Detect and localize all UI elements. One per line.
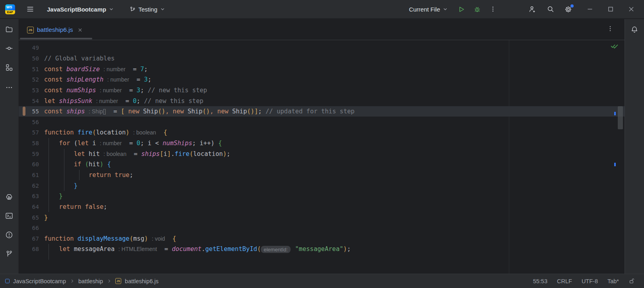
more-tool-windows-icon[interactable] bbox=[5, 84, 13, 91]
token-pl bbox=[96, 87, 100, 94]
code-text: function displayMessage(msg) : void { bbox=[44, 235, 176, 242]
caret-position-widget[interactable]: 55:53 bbox=[533, 278, 547, 284]
code-line-63[interactable]: 63 } bbox=[19, 191, 625, 202]
code-line-68[interactable]: 68 let messageArea : HTMLElement = docum… bbox=[19, 244, 625, 255]
line-number[interactable]: 50 bbox=[19, 55, 39, 62]
code-line-58[interactable]: 58 for (let i : number = 0; i < numShips… bbox=[19, 138, 625, 149]
token-pl: messageArea bbox=[74, 245, 118, 253]
run-configuration-selector[interactable]: Current File bbox=[409, 6, 448, 13]
line-number[interactable]: 54 bbox=[19, 98, 39, 104]
code-line-49[interactable]: 49 bbox=[19, 43, 625, 53]
hamburger-menu-icon[interactable] bbox=[26, 5, 35, 14]
line-number[interactable]: 62 bbox=[19, 183, 39, 189]
code-editor[interactable]: 4950// Global variables51const boardSize… bbox=[19, 40, 625, 274]
commit-tool-icon[interactable] bbox=[5, 44, 14, 53]
line-number[interactable]: 56 bbox=[19, 119, 39, 125]
window-maximize-button[interactable] bbox=[607, 6, 614, 12]
token-kw: new bbox=[217, 108, 232, 115]
code-line-52[interactable]: 52const shipLength : number = 3; bbox=[19, 74, 625, 85]
search-everywhere-icon[interactable] bbox=[547, 5, 555, 13]
line-number[interactable]: 58 bbox=[19, 140, 39, 146]
js-file-icon: JS bbox=[27, 27, 34, 33]
code-text: } bbox=[44, 193, 63, 200]
encoding-widget[interactable]: UTF-8 bbox=[582, 278, 598, 284]
code-line-57[interactable]: 57function fire(location) : boolean { bbox=[19, 127, 625, 138]
token-kw: return bbox=[89, 171, 114, 179]
line-number[interactable]: 64 bbox=[19, 204, 39, 210]
line-number[interactable]: 63 bbox=[19, 193, 39, 199]
breadcrumb-item[interactable]: JavaScriptBootcamp bbox=[13, 278, 66, 284]
run-button[interactable] bbox=[458, 6, 465, 13]
token-var: ships bbox=[141, 150, 160, 158]
code-line-50[interactable]: 50// Global variables bbox=[19, 53, 625, 64]
editor-scrollbar-thumb[interactable] bbox=[618, 106, 623, 129]
code-line-51[interactable]: 51const boardSize : number = 7; bbox=[19, 64, 625, 74]
token-hint: : number bbox=[103, 66, 125, 72]
breadcrumb-item[interactable]: battleship bbox=[78, 278, 103, 284]
breadcrumb-item[interactable]: battleship6.js bbox=[125, 278, 159, 284]
code-text: let hit : boolean = ships[i].fire(locati… bbox=[44, 150, 230, 158]
line-number[interactable]: 60 bbox=[19, 161, 39, 167]
token-pl: ; bbox=[144, 66, 147, 73]
window-minimize-button[interactable] bbox=[587, 6, 593, 12]
notifications-bell-icon[interactable] bbox=[630, 25, 639, 34]
problems-tool-icon[interactable] bbox=[5, 231, 14, 239]
line-number[interactable]: 65 bbox=[19, 214, 39, 221]
project-tool-icon[interactable] bbox=[5, 25, 14, 33]
changed-line-stripe-mark[interactable] bbox=[614, 112, 616, 115]
terminal-tool-icon[interactable] bbox=[5, 212, 14, 220]
vcs-branch-selector[interactable]: Testing bbox=[129, 6, 165, 13]
line-number[interactable]: 57 bbox=[19, 129, 39, 136]
line-number[interactable]: 52 bbox=[19, 76, 39, 83]
code-line-60[interactable]: 60 if (hit) { bbox=[19, 159, 625, 170]
tab-close-icon[interactable] bbox=[78, 27, 83, 33]
status-bar: JavaScriptBootcampbattleshipJSbattleship… bbox=[0, 274, 644, 288]
code-with-me-icon[interactable] bbox=[528, 5, 536, 14]
token-pl bbox=[148, 235, 151, 242]
token-pl: = bbox=[122, 140, 136, 147]
project-selector[interactable]: JavaScriptBootcamp bbox=[47, 6, 114, 13]
token-pl: Ship bbox=[188, 108, 202, 115]
inspections-ok-icon[interactable] bbox=[611, 43, 618, 49]
tab-options-icon[interactable] bbox=[607, 25, 613, 32]
debug-button[interactable] bbox=[473, 6, 481, 13]
line-number[interactable]: 59 bbox=[19, 151, 39, 157]
tab-horizontal-scrollbar[interactable] bbox=[20, 38, 92, 39]
token-kw: , bbox=[210, 108, 217, 115]
settings-gear-icon[interactable] bbox=[564, 5, 572, 14]
left-tool-stripe bbox=[0, 19, 19, 274]
indent-widget[interactable]: Tab* bbox=[607, 278, 619, 284]
code-line-67[interactable]: 67function displayMessage(msg) : void { bbox=[19, 234, 625, 244]
line-number[interactable]: 68 bbox=[19, 246, 39, 252]
webstorm-logo-icon[interactable]: WS EAP bbox=[5, 4, 15, 14]
line-number[interactable]: 66 bbox=[19, 225, 39, 231]
token-y: ) bbox=[144, 235, 148, 242]
line-number[interactable]: 53 bbox=[19, 87, 39, 93]
unlocked-padlock-icon[interactable] bbox=[628, 278, 635, 284]
git-tool-icon[interactable] bbox=[5, 250, 14, 258]
code-line-56[interactable]: 56 bbox=[19, 117, 625, 127]
run-tool-icon[interactable] bbox=[5, 193, 14, 201]
code-line-53[interactable]: 53const numShips : number = 3; // new th… bbox=[19, 85, 625, 96]
changed-line-stripe-mark[interactable] bbox=[614, 163, 616, 166]
line-number[interactable]: 61 bbox=[19, 172, 39, 178]
line-number[interactable]: 55 bbox=[19, 108, 39, 115]
code-line-59[interactable]: 59 let hit : boolean = ships[i].fire(loc… bbox=[19, 148, 625, 159]
code-line-66[interactable]: 66 bbox=[19, 223, 625, 234]
tab-battleship6[interactable]: JS battleship6.js bbox=[27, 23, 83, 37]
line-number[interactable]: 67 bbox=[19, 235, 39, 242]
token-fn: displayMessage bbox=[78, 235, 130, 242]
line-separator-widget[interactable]: CRLF bbox=[557, 278, 572, 284]
line-number[interactable]: 49 bbox=[19, 45, 39, 51]
code-line-61[interactable]: 61 return true; bbox=[19, 170, 625, 181]
code-line-55[interactable]: 55const ships : Ship[] = [ new Ship(), n… bbox=[19, 106, 625, 117]
more-actions-icon[interactable] bbox=[490, 6, 496, 12]
code-line-62[interactable]: 62 } bbox=[19, 180, 625, 191]
token-pl: ; bbox=[148, 76, 151, 83]
line-number[interactable]: 51 bbox=[19, 66, 39, 72]
structure-tool-icon[interactable] bbox=[5, 63, 14, 72]
code-line-64[interactable]: 64 return false; bbox=[19, 202, 625, 212]
code-line-65[interactable]: 65} bbox=[19, 212, 625, 223]
code-line-54[interactable]: 54let shipsSunk : number = 0; // new thi… bbox=[19, 95, 625, 106]
window-close-button[interactable] bbox=[628, 6, 634, 12]
